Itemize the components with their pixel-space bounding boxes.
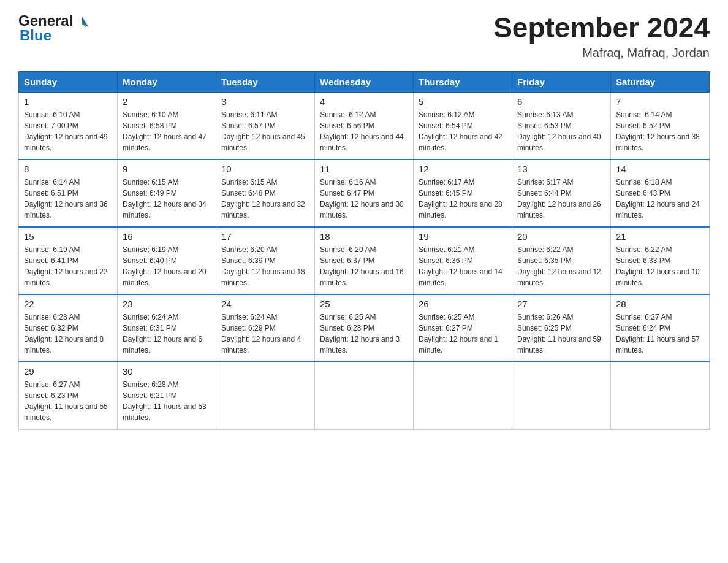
day-cell: 17 Sunrise: 6:20 AMSunset: 6:39 PMDaylig…: [216, 227, 315, 294]
day-number: 22: [24, 299, 112, 309]
day-info: Sunrise: 6:22 AMSunset: 6:33 PMDaylight:…: [616, 245, 700, 287]
day-cell: 15 Sunrise: 6:19 AMSunset: 6:41 PMDaylig…: [19, 227, 118, 294]
day-cell: 20 Sunrise: 6:22 AMSunset: 6:35 PMDaylig…: [512, 227, 611, 294]
calendar-header: SundayMondayTuesdayWednesdayThursdayFrid…: [19, 71, 710, 92]
day-info: Sunrise: 6:14 AMSunset: 6:51 PMDaylight:…: [24, 178, 108, 220]
day-cell: 18 Sunrise: 6:20 AMSunset: 6:37 PMDaylig…: [315, 227, 414, 294]
day-info: Sunrise: 6:22 AMSunset: 6:35 PMDaylight:…: [517, 245, 601, 287]
day-info: Sunrise: 6:23 AMSunset: 6:32 PMDaylight:…: [24, 313, 104, 354]
day-number: 9: [123, 164, 211, 174]
day-info: Sunrise: 6:15 AMSunset: 6:48 PMDaylight:…: [221, 178, 305, 220]
week-row-3: 15 Sunrise: 6:19 AMSunset: 6:41 PMDaylig…: [19, 227, 710, 294]
day-cell: 6 Sunrise: 6:13 AMSunset: 6:53 PMDayligh…: [512, 92, 611, 159]
week-row-5: 29 Sunrise: 6:27 AMSunset: 6:23 PMDaylig…: [19, 362, 710, 429]
day-info: Sunrise: 6:10 AMSunset: 6:58 PMDaylight:…: [123, 110, 207, 152]
day-number: 7: [616, 96, 704, 107]
day-info: Sunrise: 6:27 AMSunset: 6:23 PMDaylight:…: [24, 380, 108, 422]
week-row-4: 22 Sunrise: 6:23 AMSunset: 6:32 PMDaylig…: [19, 294, 710, 362]
day-info: Sunrise: 6:19 AMSunset: 6:41 PMDaylight:…: [24, 245, 108, 287]
day-number: 11: [320, 164, 408, 174]
logo-blue: Blue: [18, 27, 51, 44]
day-number: 21: [616, 231, 704, 242]
day-number: 26: [419, 299, 507, 309]
day-number: 15: [24, 231, 112, 242]
day-cell: 2 Sunrise: 6:10 AMSunset: 6:58 PMDayligh…: [118, 92, 216, 159]
logo-general: General: [18, 12, 73, 29]
col-header-thursday: Thursday: [414, 71, 512, 92]
day-number: 24: [221, 299, 309, 309]
day-number: 28: [616, 299, 704, 309]
day-cell: 4 Sunrise: 6:12 AMSunset: 6:56 PMDayligh…: [315, 92, 414, 159]
day-info: Sunrise: 6:26 AMSunset: 6:25 PMDaylight:…: [517, 313, 601, 354]
day-cell: 24 Sunrise: 6:24 AMSunset: 6:29 PMDaylig…: [216, 294, 315, 362]
day-cell: 27 Sunrise: 6:26 AMSunset: 6:25 PMDaylig…: [512, 294, 611, 362]
day-number: 19: [419, 231, 507, 242]
day-number: 3: [221, 96, 309, 107]
day-info: Sunrise: 6:17 AMSunset: 6:44 PMDaylight:…: [517, 178, 601, 220]
day-info: Sunrise: 6:24 AMSunset: 6:29 PMDaylight:…: [221, 313, 301, 354]
day-cell: 21 Sunrise: 6:22 AMSunset: 6:33 PMDaylig…: [611, 227, 710, 294]
day-info: Sunrise: 6:12 AMSunset: 6:56 PMDaylight:…: [320, 110, 404, 152]
day-cell: 23 Sunrise: 6:24 AMSunset: 6:31 PMDaylig…: [118, 294, 216, 362]
day-cell: [216, 362, 315, 429]
day-info: Sunrise: 6:21 AMSunset: 6:36 PMDaylight:…: [419, 245, 502, 287]
day-info: Sunrise: 6:20 AMSunset: 6:37 PMDaylight:…: [320, 245, 404, 287]
day-number: 20: [517, 231, 605, 242]
day-cell: [315, 362, 414, 429]
calendar-title: September 2024: [493, 12, 710, 44]
day-number: 5: [419, 96, 507, 107]
day-info: Sunrise: 6:28 AMSunset: 6:21 PMDaylight:…: [123, 380, 207, 422]
day-number: 2: [123, 96, 211, 107]
day-info: Sunrise: 6:27 AMSunset: 6:24 PMDaylight:…: [616, 313, 700, 354]
header-row: SundayMondayTuesdayWednesdayThursdayFrid…: [19, 71, 710, 92]
day-number: 6: [517, 96, 605, 107]
day-cell: 13 Sunrise: 6:17 AMSunset: 6:44 PMDaylig…: [512, 159, 611, 227]
day-number: 23: [123, 299, 211, 309]
day-info: Sunrise: 6:12 AMSunset: 6:54 PMDaylight:…: [419, 110, 502, 152]
day-number: 16: [123, 231, 211, 242]
day-cell: [512, 362, 611, 429]
col-header-monday: Monday: [118, 71, 216, 92]
day-number: 10: [221, 164, 309, 174]
day-cell: [611, 362, 710, 429]
day-number: 27: [517, 299, 605, 309]
week-row-2: 8 Sunrise: 6:14 AMSunset: 6:51 PMDayligh…: [19, 159, 710, 227]
calendar-body: 1 Sunrise: 6:10 AMSunset: 7:00 PMDayligh…: [19, 92, 710, 429]
day-cell: 29 Sunrise: 6:27 AMSunset: 6:23 PMDaylig…: [19, 362, 118, 429]
day-cell: 26 Sunrise: 6:25 AMSunset: 6:27 PMDaylig…: [414, 294, 512, 362]
day-cell: 19 Sunrise: 6:21 AMSunset: 6:36 PMDaylig…: [414, 227, 512, 294]
title-area: September 2024 Mafraq, Mafraq, Jordan: [493, 12, 710, 60]
day-cell: 10 Sunrise: 6:15 AMSunset: 6:48 PMDaylig…: [216, 159, 315, 227]
week-row-1: 1 Sunrise: 6:10 AMSunset: 7:00 PMDayligh…: [19, 92, 710, 159]
day-number: 18: [320, 231, 408, 242]
day-number: 8: [24, 164, 112, 174]
day-info: Sunrise: 6:25 AMSunset: 6:27 PMDaylight:…: [419, 313, 498, 354]
day-info: Sunrise: 6:16 AMSunset: 6:47 PMDaylight:…: [320, 178, 404, 220]
day-number: 13: [517, 164, 605, 174]
day-cell: 7 Sunrise: 6:14 AMSunset: 6:52 PMDayligh…: [611, 92, 710, 159]
col-header-wednesday: Wednesday: [315, 71, 414, 92]
day-info: Sunrise: 6:19 AMSunset: 6:40 PMDaylight:…: [123, 245, 207, 287]
col-header-tuesday: Tuesday: [216, 71, 315, 92]
day-cell: 16 Sunrise: 6:19 AMSunset: 6:40 PMDaylig…: [118, 227, 216, 294]
day-info: Sunrise: 6:11 AMSunset: 6:57 PMDaylight:…: [221, 110, 305, 152]
day-number: 4: [320, 96, 408, 107]
day-number: 1: [24, 96, 112, 107]
day-cell: 9 Sunrise: 6:15 AMSunset: 6:49 PMDayligh…: [118, 159, 216, 227]
day-info: Sunrise: 6:17 AMSunset: 6:45 PMDaylight:…: [419, 178, 502, 220]
day-cell: 5 Sunrise: 6:12 AMSunset: 6:54 PMDayligh…: [414, 92, 512, 159]
page-header: General Blue September 2024 Mafraq, Mafr…: [18, 12, 710, 60]
logo: General Blue: [18, 12, 89, 44]
day-number: 12: [419, 164, 507, 174]
day-number: 14: [616, 164, 704, 174]
col-header-friday: Friday: [512, 71, 611, 92]
day-cell: 30 Sunrise: 6:28 AMSunset: 6:21 PMDaylig…: [118, 362, 216, 429]
day-cell: 3 Sunrise: 6:11 AMSunset: 6:57 PMDayligh…: [216, 92, 315, 159]
day-info: Sunrise: 6:20 AMSunset: 6:39 PMDaylight:…: [221, 245, 305, 287]
day-cell: 12 Sunrise: 6:17 AMSunset: 6:45 PMDaylig…: [414, 159, 512, 227]
day-number: 25: [320, 299, 408, 309]
day-info: Sunrise: 6:18 AMSunset: 6:43 PMDaylight:…: [616, 178, 700, 220]
col-header-saturday: Saturday: [611, 71, 710, 92]
day-number: 29: [24, 366, 112, 377]
day-cell: 1 Sunrise: 6:10 AMSunset: 7:00 PMDayligh…: [19, 92, 118, 159]
